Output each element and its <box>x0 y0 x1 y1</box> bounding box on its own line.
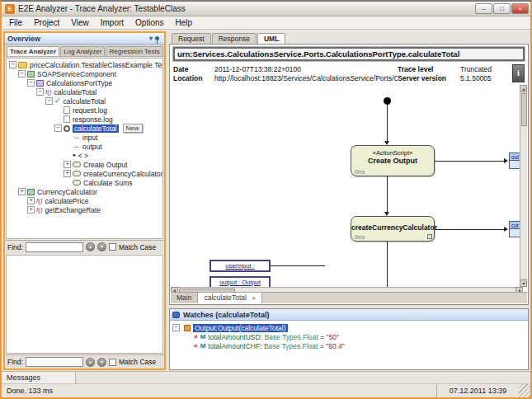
collapse-icon[interactable]: − <box>27 79 35 87</box>
expand-icon[interactable]: + <box>18 188 26 195</box>
tree-item-calculatetotal-op[interactable]: − f() calculateTotal <box>7 87 162 96</box>
find-previous-button[interactable]: ▲ <box>86 242 95 251</box>
flow-edge <box>387 176 388 213</box>
tab-request[interactable]: Request <box>172 33 211 44</box>
duration-badge: 0ms <box>355 169 365 175</box>
uml-panel: urn:Services.CalculationsService.Ports.C… <box>169 44 529 305</box>
chevron-down-icon[interactable]: ▾ <box>149 35 153 43</box>
messages-tab[interactable]: Messages <box>2 372 76 383</box>
object-edge <box>435 229 504 230</box>
tree-item-calculatetotal-trace[interactable]: − calculateTotal New <box>7 124 162 133</box>
menu-help[interactable]: Help <box>170 17 199 28</box>
watches-header[interactable]: Watches (calculateTotal) <box>170 309 528 321</box>
overview-panel-header[interactable]: Overview ▾ <box>5 33 164 45</box>
tree-item-calculateprice[interactable]: + f() calculatePrice <box>7 196 162 205</box>
minimize-button[interactable]: – <box>475 3 492 14</box>
find-input[interactable] <box>26 242 83 252</box>
tree-item-calculatetotal-test[interactable]: − ✓ calculateTotal <box>7 96 162 106</box>
menu-view[interactable]: View <box>65 17 95 28</box>
collapse-icon[interactable]: − <box>18 70 26 77</box>
tree-item-createcurrencycalculator[interactable]: + createCurrencyCalculator <box>7 169 162 178</box>
watch-item-row[interactable]: × M totalAmountCHF: Base Types.Float = "… <box>172 341 528 350</box>
tab-trace-analyzer[interactable]: Trace Analyzer <box>7 46 59 56</box>
vertical-scrollbar[interactable] <box>520 85 527 287</box>
pin-icon[interactable] <box>155 36 159 40</box>
object-node-label: userInput : UserInput <box>225 262 254 272</box>
equals: = <box>318 342 326 350</box>
tree-item-getexchangerate[interactable]: + f() getExchangeRate <box>7 205 162 214</box>
expand-icon[interactable]: + <box>27 206 35 214</box>
collapse-icon[interactable]: − <box>36 88 44 96</box>
collapse-icon[interactable]: − <box>172 324 180 331</box>
tree-item-request-log[interactable]: request.log <box>7 106 162 115</box>
scroll-down-button[interactable] <box>520 279 527 287</box>
find-next-button[interactable]: ▼ <box>97 242 106 251</box>
window-title: E2E Analyzer - Trace Analyzer: TestableC… <box>18 4 186 13</box>
tree-item-calculationsporttype[interactable]: − CalculationsPortType <box>7 78 162 87</box>
tab-response[interactable]: Response <box>212 33 257 44</box>
close-tab-icon[interactable]: × <box>252 294 256 302</box>
collapse-icon[interactable]: − <box>9 61 16 68</box>
component-icon <box>27 71 35 77</box>
vertical-scroll-thumb[interactable] <box>521 93 527 126</box>
tree-item-currencycalculator[interactable]: + CurrencyCalculator <box>7 187 162 196</box>
object-node-label: output : Output <box>219 279 261 286</box>
expand-icon[interactable]: + <box>64 161 71 168</box>
expand-icon[interactable]: + <box>27 197 35 204</box>
action-node-createcurrencycalculator[interactable]: createCurrencyCalculator 0ms <box>351 216 435 242</box>
find-label: Find: <box>7 243 23 251</box>
watch-root-row[interactable]: − Output:Output(calculateTotal) <box>172 323 528 332</box>
watch-name: totalAmountUSD <box>208 333 260 341</box>
tab-main-diagram[interactable]: Main <box>171 293 198 303</box>
watch-name: totalAmountCHF <box>208 342 260 350</box>
match-case-checkbox[interactable] <box>109 243 116 251</box>
app-window: E E2E Analyzer - Trace Analyzer: Testabl… <box>0 0 532 399</box>
document-tab-bar: Request Response UML <box>169 31 529 44</box>
tree-item-soapservicecomponent[interactable]: − SOAPServiceComponent <box>7 69 162 78</box>
watch-item-row[interactable]: × M totalAmountUSD: Base Types.Float = "… <box>172 332 528 341</box>
menu-options[interactable]: Options <box>129 17 169 28</box>
watch-value: "50" <box>327 333 340 341</box>
title-bar[interactable]: E E2E Analyzer - Trace Analyzer: Testabl… <box>2 2 530 16</box>
object-node-output[interactable]: output : Output <box>210 276 271 287</box>
menu-import[interactable]: Import <box>95 17 129 28</box>
tree-item-calculate-sums[interactable]: Calculate Sums <box>7 178 162 187</box>
collapse-icon[interactable]: − <box>45 97 53 105</box>
resize-grip[interactable] <box>519 384 530 397</box>
tree-item-label: calculateTotal <box>54 88 97 96</box>
uml-diagram-canvas[interactable]: «ActionScript» Create Output 0ms out cre… <box>171 85 523 287</box>
maximize-button[interactable]: □ <box>493 3 511 14</box>
find-input-bottom[interactable] <box>26 357 83 367</box>
remove-watch-icon[interactable]: × <box>194 342 198 350</box>
find-previous-button[interactable]: ▲ <box>86 358 95 367</box>
collapse-icon[interactable]: − <box>54 124 62 132</box>
close-button[interactable]: × <box>511 3 529 14</box>
secondary-tree-area[interactable] <box>6 255 163 354</box>
tree-item-create-output[interactable]: + Create Output <box>7 160 162 169</box>
menu-project[interactable]: Project <box>28 17 65 28</box>
menu-file[interactable]: File <box>3 17 28 28</box>
tree-item-output[interactable]: → output <box>7 142 162 151</box>
object-edge <box>271 265 325 266</box>
tab-uml[interactable]: UML <box>257 33 285 44</box>
tree-item-input[interactable]: → input <box>7 133 162 142</box>
find-next-button[interactable]: ▼ <box>97 358 106 367</box>
initial-node[interactable] <box>384 97 391 105</box>
action-node-icon <box>73 171 81 176</box>
find-bar-top: Find: ▲ ▼ Match Case <box>5 240 164 254</box>
tree-item-response-log[interactable]: response.log <box>7 115 162 124</box>
action-node-create-output[interactable]: «ActionScript» Create Output 0ms <box>351 145 435 176</box>
remove-watch-icon[interactable]: × <box>194 333 198 340</box>
scroll-up-button[interactable] <box>520 85 527 92</box>
object-node-userinput[interactable]: userInput : UserInput <box>210 260 271 272</box>
tree-item-root[interactable]: − priceCalculation.TestableClassExample.… <box>7 60 162 69</box>
tab-calculatetotal-diagram[interactable]: calculateTotal × <box>198 293 262 303</box>
tab-log-analyzer[interactable]: Log Analyzer <box>60 46 105 56</box>
expand-icon[interactable]: + <box>64 170 71 177</box>
match-case-checkbox[interactable] <box>109 359 116 366</box>
tab-regression-tests[interactable]: Regression Tests <box>106 46 162 56</box>
flow-edge <box>387 105 388 141</box>
tree-item-label: SOAPServiceComponent <box>37 70 116 78</box>
tree-item-initialnode[interactable]: ● < > <box>7 151 162 160</box>
info-button[interactable]: i <box>512 64 525 82</box>
